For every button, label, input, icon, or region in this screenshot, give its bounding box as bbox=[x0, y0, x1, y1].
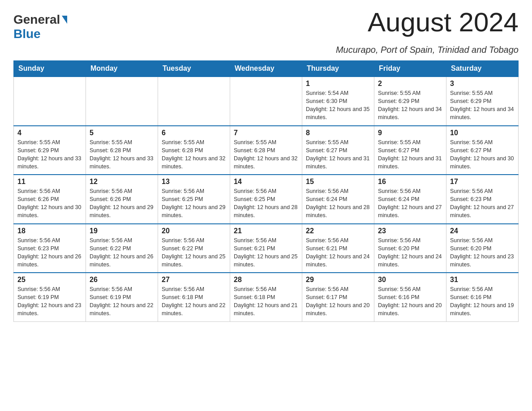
calendar-week-row: 25Sunrise: 5:56 AM Sunset: 6:19 PM Dayli… bbox=[14, 273, 519, 321]
day-info: Sunrise: 5:55 AM Sunset: 6:27 PM Dayligh… bbox=[378, 138, 442, 171]
calendar-day-17: 17Sunrise: 5:56 AM Sunset: 6:23 PM Dayli… bbox=[446, 175, 519, 224]
day-info: Sunrise: 5:56 AM Sunset: 6:25 PM Dayligh… bbox=[162, 187, 226, 220]
day-info: Sunrise: 5:56 AM Sunset: 6:17 PM Dayligh… bbox=[306, 285, 370, 318]
calendar-day-31: 31Sunrise: 5:56 AM Sunset: 6:16 PM Dayli… bbox=[446, 273, 519, 321]
calendar-day-empty bbox=[14, 77, 86, 126]
calendar-day-2: 2Sunrise: 5:55 AM Sunset: 6:29 PM Daylig… bbox=[374, 77, 446, 126]
calendar-day-13: 13Sunrise: 5:56 AM Sunset: 6:25 PM Dayli… bbox=[158, 175, 230, 224]
day-number: 8 bbox=[306, 129, 370, 137]
day-info: Sunrise: 5:56 AM Sunset: 6:25 PM Dayligh… bbox=[234, 187, 298, 220]
day-number: 13 bbox=[162, 178, 226, 186]
calendar-day-6: 6Sunrise: 5:55 AM Sunset: 6:28 PM Daylig… bbox=[158, 126, 230, 175]
day-number: 20 bbox=[162, 227, 226, 235]
day-number: 10 bbox=[450, 129, 515, 137]
day-info: Sunrise: 5:56 AM Sunset: 6:20 PM Dayligh… bbox=[378, 236, 442, 269]
day-info: Sunrise: 5:55 AM Sunset: 6:28 PM Dayligh… bbox=[90, 138, 154, 171]
day-info: Sunrise: 5:56 AM Sunset: 6:23 PM Dayligh… bbox=[450, 187, 515, 220]
calendar-day-30: 30Sunrise: 5:56 AM Sunset: 6:16 PM Dayli… bbox=[374, 273, 446, 321]
month-title-block: August 2024 bbox=[368, 9, 519, 36]
day-info: Sunrise: 5:56 AM Sunset: 6:26 PM Dayligh… bbox=[90, 187, 154, 220]
day-info: Sunrise: 5:56 AM Sunset: 6:24 PM Dayligh… bbox=[306, 187, 370, 220]
calendar-week-row: 11Sunrise: 5:56 AM Sunset: 6:26 PM Dayli… bbox=[14, 175, 519, 224]
page-header: General Blue August 2024 bbox=[13, 9, 519, 41]
calendar-day-16: 16Sunrise: 5:56 AM Sunset: 6:24 PM Dayli… bbox=[374, 175, 446, 224]
calendar-day-3: 3Sunrise: 5:55 AM Sunset: 6:29 PM Daylig… bbox=[446, 77, 519, 126]
day-number: 4 bbox=[17, 129, 82, 137]
day-info: Sunrise: 5:56 AM Sunset: 6:24 PM Dayligh… bbox=[378, 187, 442, 220]
calendar-day-29: 29Sunrise: 5:56 AM Sunset: 6:17 PM Dayli… bbox=[302, 273, 374, 321]
day-number: 27 bbox=[162, 276, 226, 284]
calendar-day-19: 19Sunrise: 5:56 AM Sunset: 6:22 PM Dayli… bbox=[86, 224, 158, 273]
day-number: 15 bbox=[306, 178, 370, 186]
weekday-header-monday: Monday bbox=[86, 61, 158, 77]
weekday-header-friday: Friday bbox=[374, 61, 446, 77]
day-info: Sunrise: 5:56 AM Sunset: 6:21 PM Dayligh… bbox=[234, 236, 298, 269]
calendar-day-5: 5Sunrise: 5:55 AM Sunset: 6:28 PM Daylig… bbox=[86, 126, 158, 175]
day-info: Sunrise: 5:56 AM Sunset: 6:18 PM Dayligh… bbox=[162, 285, 226, 318]
day-number: 11 bbox=[17, 178, 82, 186]
weekday-header-sunday: Sunday bbox=[14, 61, 86, 77]
day-info: Sunrise: 5:54 AM Sunset: 6:30 PM Dayligh… bbox=[306, 89, 370, 122]
day-number: 16 bbox=[378, 178, 442, 186]
calendar-week-row: 4Sunrise: 5:55 AM Sunset: 6:29 PM Daylig… bbox=[14, 126, 519, 175]
day-info: Sunrise: 5:56 AM Sunset: 6:21 PM Dayligh… bbox=[306, 236, 370, 269]
day-number: 1 bbox=[306, 80, 370, 88]
day-number: 14 bbox=[234, 178, 298, 186]
calendar-day-28: 28Sunrise: 5:56 AM Sunset: 6:18 PM Dayli… bbox=[230, 273, 302, 321]
weekday-header-tuesday: Tuesday bbox=[158, 61, 230, 77]
day-number: 30 bbox=[378, 276, 442, 284]
calendar-day-18: 18Sunrise: 5:56 AM Sunset: 6:23 PM Dayli… bbox=[14, 224, 86, 273]
day-info: Sunrise: 5:56 AM Sunset: 6:16 PM Dayligh… bbox=[378, 285, 442, 318]
calendar-day-9: 9Sunrise: 5:55 AM Sunset: 6:27 PM Daylig… bbox=[374, 126, 446, 175]
day-info: Sunrise: 5:56 AM Sunset: 6:23 PM Dayligh… bbox=[17, 236, 82, 269]
calendar-day-empty bbox=[230, 77, 302, 126]
day-info: Sunrise: 5:56 AM Sunset: 6:20 PM Dayligh… bbox=[450, 236, 515, 269]
day-number: 23 bbox=[378, 227, 442, 235]
calendar-day-22: 22Sunrise: 5:56 AM Sunset: 6:21 PM Dayli… bbox=[302, 224, 374, 273]
day-number: 9 bbox=[378, 129, 442, 137]
day-info: Sunrise: 5:56 AM Sunset: 6:26 PM Dayligh… bbox=[17, 187, 82, 220]
day-info: Sunrise: 5:56 AM Sunset: 6:22 PM Dayligh… bbox=[90, 236, 154, 269]
logo-general-text: General bbox=[13, 13, 60, 27]
day-info: Sunrise: 5:55 AM Sunset: 6:28 PM Dayligh… bbox=[162, 138, 226, 171]
weekday-header-wednesday: Wednesday bbox=[230, 61, 302, 77]
day-number: 6 bbox=[162, 129, 226, 137]
day-number: 21 bbox=[234, 227, 298, 235]
calendar-table: SundayMondayTuesdayWednesdayThursdayFrid… bbox=[13, 60, 519, 322]
logo-blue-text: Blue bbox=[13, 27, 41, 41]
day-number: 12 bbox=[90, 178, 154, 186]
day-info: Sunrise: 5:56 AM Sunset: 6:22 PM Dayligh… bbox=[162, 236, 226, 269]
month-title: August 2024 bbox=[368, 9, 519, 36]
logo-arrow-icon bbox=[62, 16, 67, 24]
day-number: 28 bbox=[234, 276, 298, 284]
day-number: 17 bbox=[450, 178, 515, 186]
calendar-day-24: 24Sunrise: 5:56 AM Sunset: 6:20 PM Dayli… bbox=[446, 224, 519, 273]
day-number: 31 bbox=[450, 276, 515, 284]
day-number: 29 bbox=[306, 276, 370, 284]
day-info: Sunrise: 5:55 AM Sunset: 6:29 PM Dayligh… bbox=[450, 89, 515, 122]
day-number: 24 bbox=[450, 227, 515, 235]
calendar-day-10: 10Sunrise: 5:56 AM Sunset: 6:27 PM Dayli… bbox=[446, 126, 519, 175]
calendar-week-row: 1Sunrise: 5:54 AM Sunset: 6:30 PM Daylig… bbox=[14, 77, 519, 126]
day-info: Sunrise: 5:55 AM Sunset: 6:28 PM Dayligh… bbox=[234, 138, 298, 171]
day-info: Sunrise: 5:56 AM Sunset: 6:16 PM Dayligh… bbox=[450, 285, 515, 318]
calendar-day-11: 11Sunrise: 5:56 AM Sunset: 6:26 PM Dayli… bbox=[14, 175, 86, 224]
day-number: 18 bbox=[17, 227, 82, 235]
logo: General Blue bbox=[13, 9, 67, 41]
day-number: 26 bbox=[90, 276, 154, 284]
day-number: 3 bbox=[450, 80, 515, 88]
calendar-day-20: 20Sunrise: 5:56 AM Sunset: 6:22 PM Dayli… bbox=[158, 224, 230, 273]
calendar-day-empty bbox=[86, 77, 158, 126]
location-title: Mucurapo, Port of Spain, Trinidad and To… bbox=[13, 45, 519, 55]
calendar-day-7: 7Sunrise: 5:55 AM Sunset: 6:28 PM Daylig… bbox=[230, 126, 302, 175]
day-info: Sunrise: 5:56 AM Sunset: 6:19 PM Dayligh… bbox=[90, 285, 154, 318]
day-info: Sunrise: 5:55 AM Sunset: 6:29 PM Dayligh… bbox=[378, 89, 442, 122]
day-number: 7 bbox=[234, 129, 298, 137]
day-number: 5 bbox=[90, 129, 154, 137]
day-info: Sunrise: 5:55 AM Sunset: 6:27 PM Dayligh… bbox=[306, 138, 370, 171]
calendar-day-14: 14Sunrise: 5:56 AM Sunset: 6:25 PM Dayli… bbox=[230, 175, 302, 224]
day-info: Sunrise: 5:55 AM Sunset: 6:29 PM Dayligh… bbox=[17, 138, 82, 171]
calendar-day-21: 21Sunrise: 5:56 AM Sunset: 6:21 PM Dayli… bbox=[230, 224, 302, 273]
day-number: 25 bbox=[17, 276, 82, 284]
calendar-week-row: 18Sunrise: 5:56 AM Sunset: 6:23 PM Dayli… bbox=[14, 224, 519, 273]
